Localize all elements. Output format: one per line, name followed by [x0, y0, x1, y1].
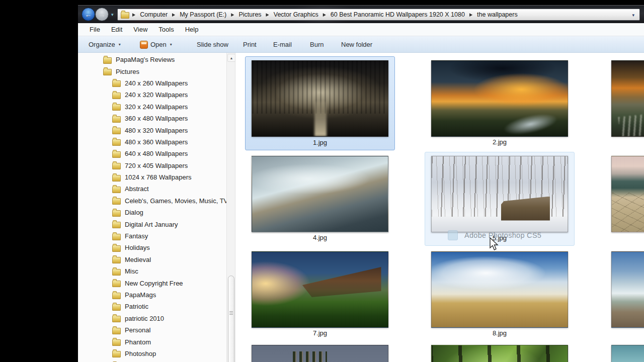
folder-icon [112, 139, 121, 146]
folder-icon [112, 245, 121, 252]
folder-icon [103, 69, 112, 75]
tree-item-640-x-480-wallpapers[interactable]: 640 x 480 Wallpapers [78, 148, 226, 159]
tree-item-patriotic[interactable]: Patriotic [78, 301, 226, 312]
breadcrumb-separator-icon: ▶ [231, 12, 234, 17]
menu-item-file[interactable]: File [84, 24, 106, 35]
toolbar-button-slide-show[interactable]: Slide show [194, 39, 231, 50]
menu-item-edit[interactable]: Edit [106, 24, 128, 35]
file-name-label: 2.jpg [425, 138, 575, 146]
tree-item-new-copyright-free[interactable]: New Copyright Free [78, 277, 226, 289]
file-item-partial-cypress-trees[interactable] [245, 341, 395, 362]
folder-icon [112, 128, 121, 134]
tree-item-360-x-480-wallpapers[interactable]: 360 x 480 Wallpapers [78, 113, 226, 124]
tree-item-photoshop[interactable]: Photoshop [78, 348, 226, 359]
file-name-label: 7.jpg [245, 329, 395, 337]
toolbar-button-label: Slide show [197, 41, 228, 48]
tree-item-label: Dialog [125, 209, 143, 216]
folder-icon [112, 234, 121, 240]
breadcrumb-item-computer[interactable]: Computer [139, 11, 169, 19]
toolbar-button-print[interactable]: Print [240, 39, 259, 50]
video-frame: { "chrome": { "breadcrumb": ["Computer",… [0, 0, 644, 362]
tree-item-label: 480 x 360 Wallpapers [125, 138, 188, 146]
breadcrumb-item-vector-graphics[interactable]: Vector Graphics [273, 11, 319, 19]
file-item-partial-ocean-wave[interactable] [605, 341, 644, 362]
menu-item-help[interactable]: Help [180, 24, 204, 35]
tree-item-phantom[interactable]: Phantom [78, 336, 226, 347]
menu-item-tools[interactable]: Tools [153, 24, 179, 35]
file-item-2-jpg[interactable]: 2.jpg [425, 56, 575, 150]
tree-item-480-x-320-wallpapers[interactable]: 480 x 320 Wallpapers [78, 124, 226, 136]
breadcrumb: ▶Computer▶My Passport (E:)▶Pictures▶Vect… [132, 11, 519, 19]
tree-item-papamags[interactable]: PapaMags [78, 289, 226, 301]
tree-item-label: Misc [125, 267, 138, 275]
folder-icon [112, 187, 121, 193]
menu-item-view[interactable]: View [128, 24, 153, 35]
file-thumbnail [611, 156, 644, 232]
folder-icon [121, 12, 129, 19]
file-item-partial-desert-mountain[interactable] [605, 152, 644, 246]
breadcrumb-item-the-wallpapers[interactable]: the wallpapers [476, 11, 519, 19]
tree-item-1024-x-768-wallpapers[interactable]: 1024 x 768 Wallpapers [78, 171, 226, 183]
tree-item-celeb-s-games-movies-music-tv[interactable]: Celeb's, Games, Movies, Music, TV [78, 195, 226, 207]
toolbar-button-open[interactable]: Open▾ [137, 39, 175, 50]
tree-item-label: Personal [125, 326, 150, 334]
file-item-8-jpg[interactable]: 8.jpg [425, 247, 575, 341]
tree-item-dialog[interactable]: Dialog [78, 207, 226, 218]
folder-icon [112, 80, 121, 87]
tree-item-240-x-260-wallpapers[interactable]: 240 x 260 Wallpapers [78, 77, 226, 89]
file-item-4-jpg[interactable]: 4.jpg [245, 152, 395, 246]
toolbar-button-burn[interactable]: Burn [307, 39, 326, 50]
tree-item-personal[interactable]: Personal [78, 324, 226, 336]
address-bar[interactable]: ▶Computer▶My Passport (E:)▶Pictures▶Vect… [117, 9, 640, 21]
tree-item-partial[interactable] [78, 359, 226, 362]
tree-item-digital-art-january[interactable]: Digital Art January [78, 218, 226, 230]
tree-item-misc[interactable]: Misc [78, 265, 226, 277]
folder-icon [103, 57, 112, 64]
file-thumbnail [252, 251, 388, 328]
tree-item-720-x-405-wallpapers[interactable]: 720 x 405 Wallpapers [78, 160, 226, 171]
tree-item-pictures[interactable]: Pictures [78, 65, 226, 77]
tree-item-240-x-320-wallpapers[interactable]: 240 x 320 Wallpapers [78, 89, 226, 101]
tree-item-label: PapaMags [125, 291, 156, 299]
scroll-up-button[interactable]: ▲ [227, 54, 235, 62]
sidebar-scrollbar-track[interactable]: ▲ [226, 53, 235, 362]
tree-item-abstract[interactable]: Abstract [78, 183, 226, 195]
toolbar-button-organize[interactable]: Organize▾ [86, 39, 123, 50]
address-dropdown-chevron-icon[interactable]: ▾ [632, 13, 634, 18]
toolbar-button-e-mail[interactable]: E-mail [271, 39, 294, 50]
breadcrumb-separator-icon: ▶ [323, 12, 326, 17]
file-thumbnail [252, 60, 388, 137]
chevron-down-icon: ▾ [119, 42, 121, 47]
tree-item-label: 1024 x 768 Wallpapers [125, 173, 192, 181]
breadcrumb-item-60-best-panoramic-hd-wallpapers-1920-x-1080[interactable]: 60 Best Panoramic HD Wallpapers 1920 X 1… [330, 11, 466, 19]
forward-button[interactable]: → [95, 8, 109, 21]
file-thumbnail [611, 345, 644, 362]
tree-item-patriotic-2010[interactable]: patriotic 2010 [78, 313, 226, 324]
file-item-1-jpg[interactable]: 1.jpg [245, 56, 395, 150]
toolbar-button-label: New folder [341, 41, 372, 48]
tree-item-fantasy[interactable]: Fantasy [78, 230, 226, 242]
tree-item-320-x-240-wallpapers[interactable]: 320 x 240 Wallpapers [78, 101, 226, 113]
tree-item-label: Holidays [125, 244, 150, 251]
breadcrumb-separator-icon: ▶ [266, 12, 269, 17]
file-item-partial-sunset-road[interactable] [605, 56, 644, 150]
recent-pages-chevron-icon[interactable]: ▾ [111, 12, 114, 17]
file-item-7-jpg[interactable]: 7.jpg [245, 247, 395, 341]
file-thumbnail [252, 156, 388, 232]
file-item-partial-green-forest[interactable] [425, 341, 575, 362]
folder-icon [112, 210, 121, 217]
tree-item-label: Pictures [116, 68, 139, 75]
toolbar-button-new-folder[interactable]: New folder [339, 39, 375, 50]
folder-icon [112, 281, 121, 287]
tree-item-holidays[interactable]: Holidays [78, 242, 226, 253]
sidebar-scrollbar-thumb[interactable] [228, 276, 234, 362]
tree-item-480-x-360-wallpapers[interactable]: 480 x 360 Wallpapers [78, 136, 226, 148]
back-button[interactable]: ← [82, 8, 95, 21]
tree-item-label: Phantom [125, 338, 151, 346]
breadcrumb-item-pictures[interactable]: Pictures [237, 11, 262, 19]
file-item-partial-beach-shore[interactable] [605, 247, 644, 341]
file-item-5-jpg[interactable]: 5.jpg [425, 152, 575, 246]
tree-item-medieval[interactable]: Medieval [78, 254, 226, 265]
tree-item-papamag-s-reviews[interactable]: PapaMag's Reviews [78, 54, 226, 65]
breadcrumb-item-my-passport-e[interactable]: My Passport (E:) [179, 11, 227, 19]
